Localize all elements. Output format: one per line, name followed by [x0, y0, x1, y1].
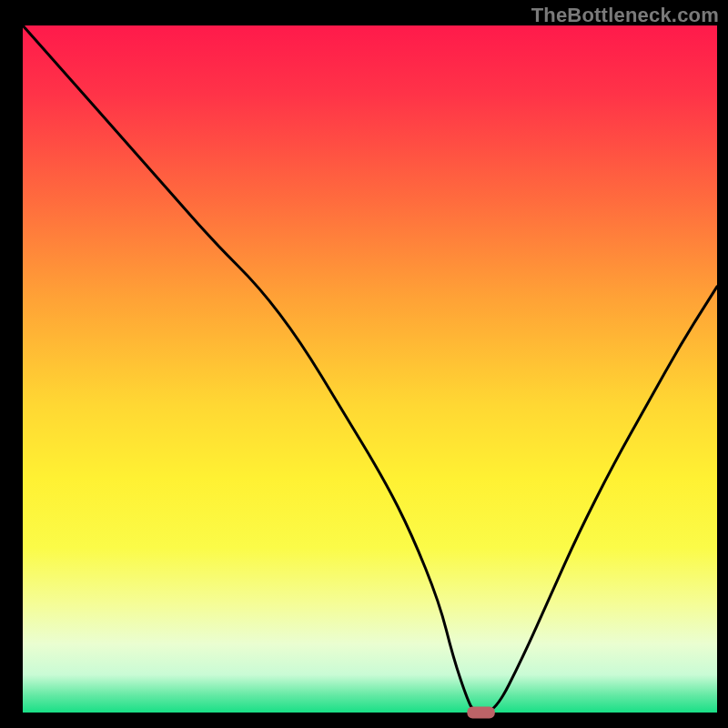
- chart-frame: { "watermark": "TheBottleneck.com", "col…: [0, 0, 728, 728]
- gradient-background: [23, 25, 717, 713]
- bottleneck-chart: [0, 0, 728, 728]
- optimal-marker: [467, 707, 495, 719]
- watermark-text: TheBottleneck.com: [531, 4, 719, 27]
